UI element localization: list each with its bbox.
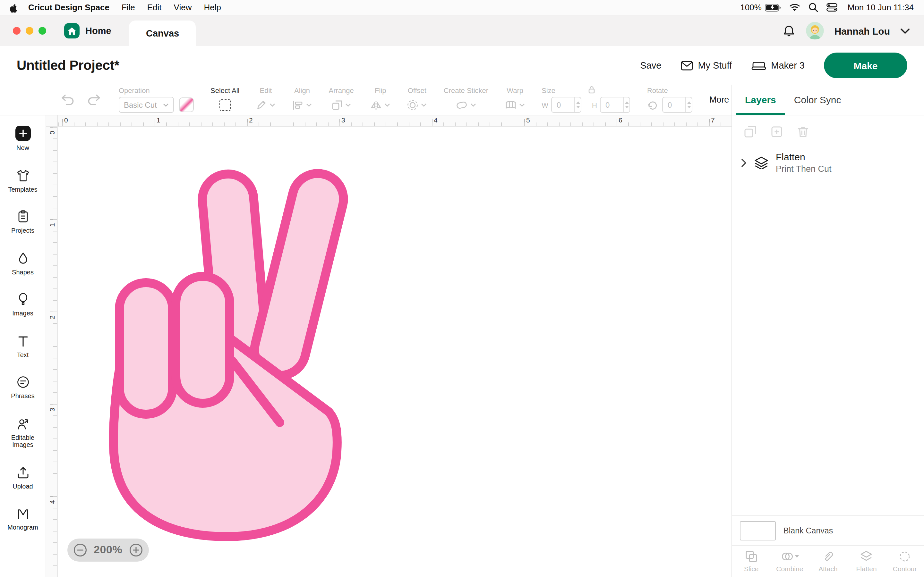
paperclip-icon <box>822 550 835 563</box>
duplicate-button[interactable] <box>770 125 783 139</box>
tab-color-sync[interactable]: Color Sync <box>785 85 850 115</box>
monogram-m-icon <box>16 506 30 521</box>
width-stepper[interactable] <box>574 97 581 112</box>
operation-value: Basic Cut <box>124 100 157 109</box>
tab-home[interactable]: Home <box>64 23 111 39</box>
avatar[interactable] <box>806 22 824 40</box>
battery-charging-icon[interactable] <box>765 3 781 11</box>
flatten-layers-icon <box>754 156 769 169</box>
sidebar-item-templates[interactable]: Templates <box>2 168 43 193</box>
sidebar-item-projects[interactable]: Projects <box>2 210 43 234</box>
notifications-bell-icon[interactable] <box>782 24 796 37</box>
lock-aspect-icon[interactable] <box>588 85 596 94</box>
width-input[interactable] <box>551 97 582 113</box>
contour-icon <box>898 550 911 563</box>
delete-button[interactable] <box>796 125 810 139</box>
rotate-label: Rotate <box>647 87 668 94</box>
layer-operation: Print Then Cut <box>776 164 832 174</box>
zoom-in-button[interactable] <box>129 543 143 557</box>
machine-select-button[interactable]: Maker 3 <box>751 60 804 71</box>
menubar-clock[interactable]: Mon 10 Jun 11:34 <box>848 3 914 12</box>
select-all-label: Select All <box>210 87 240 94</box>
peace-hand-graphic[interactable] <box>105 167 355 546</box>
text-t-icon <box>16 334 30 348</box>
tab-layers[interactable]: Layers <box>736 85 785 115</box>
droplet-shape-icon <box>16 251 30 265</box>
color-swatch[interactable] <box>179 97 194 112</box>
blank-canvas-swatch[interactable] <box>740 521 776 540</box>
sidebar-item-new[interactable]: New <box>2 126 43 152</box>
width-label: W <box>541 101 548 109</box>
zoom-level: 200% <box>94 544 122 556</box>
menu-help[interactable]: Help <box>204 3 221 12</box>
rotate-input[interactable] <box>662 97 693 113</box>
sidebar-item-editable-images[interactable]: Editable Images <box>2 416 43 448</box>
tshirt-icon <box>16 168 30 182</box>
plus-icon <box>15 126 31 141</box>
attach-button[interactable]: Attach <box>809 550 847 572</box>
sidebar-item-text[interactable]: Text <box>2 334 43 358</box>
rotate-stepper[interactable] <box>685 97 692 112</box>
size-label: Size <box>541 87 556 94</box>
user-menu-chevron-icon[interactable] <box>900 28 910 34</box>
control-center-icon[interactable] <box>827 3 837 11</box>
contour-button[interactable]: Contour <box>885 550 924 572</box>
select-all-group[interactable]: Select All <box>210 87 240 113</box>
sticker-icon <box>456 99 468 110</box>
slice-button[interactable]: Slice <box>732 550 771 572</box>
sidebar-item-monogram[interactable]: Monogram <box>2 506 43 531</box>
project-header: Untitled Project* Save My Stuff Maker 3 … <box>0 46 924 85</box>
save-button[interactable]: Save <box>640 60 661 71</box>
redo-button[interactable] <box>86 94 101 105</box>
align-icon <box>292 100 304 110</box>
speech-bubble-icon <box>16 375 30 389</box>
edit-group[interactable]: Edit <box>256 87 276 113</box>
warp-icon <box>505 99 517 110</box>
layer-row[interactable]: Flatten Print Then Cut <box>732 139 924 174</box>
tab-canvas[interactable]: Canvas <box>129 21 196 46</box>
design-sidebar: New Templates Projects Shapes <box>0 115 46 577</box>
sidebar-item-shapes[interactable]: Shapes <box>2 251 43 276</box>
wifi-icon[interactable] <box>789 3 800 11</box>
flip-label: Flip <box>375 87 386 94</box>
blank-canvas-row[interactable]: Blank Canvas <box>732 516 924 545</box>
my-stuff-button[interactable]: My Stuff <box>680 60 732 71</box>
menu-edit[interactable]: Edit <box>147 3 162 12</box>
flatten-button[interactable]: Flatten <box>847 550 886 572</box>
apple-menu-icon[interactable] <box>9 2 18 13</box>
menu-file[interactable]: File <box>121 3 135 12</box>
layer-tools-bar: Slice Combine Attach <box>732 545 924 577</box>
create-sticker-group[interactable]: Create Sticker <box>444 87 488 113</box>
canvas-surface[interactable]: 200% <box>58 127 732 577</box>
edit-label: Edit <box>260 87 272 94</box>
minimize-button[interactable] <box>26 27 33 35</box>
align-group[interactable]: Align <box>292 87 312 113</box>
ruler-corner <box>46 115 58 127</box>
fullscreen-button[interactable] <box>39 27 46 35</box>
height-input[interactable] <box>600 97 630 113</box>
make-button[interactable]: Make <box>824 53 907 78</box>
flip-group[interactable]: Flip <box>371 87 391 113</box>
blank-canvas-label: Blank Canvas <box>783 526 833 535</box>
offset-group[interactable]: Offset <box>407 87 427 113</box>
sidebar-item-images[interactable]: Images <box>2 292 43 317</box>
layer-expand-chevron[interactable] <box>741 158 747 167</box>
group-button[interactable] <box>744 125 757 139</box>
combine-button[interactable]: Combine <box>771 550 809 572</box>
menu-view[interactable]: View <box>174 3 192 12</box>
warp-group[interactable]: Warp <box>505 87 525 113</box>
offset-icon <box>407 99 419 111</box>
undo-button[interactable] <box>61 94 76 105</box>
zoom-out-button[interactable] <box>73 543 87 557</box>
height-stepper[interactable] <box>623 97 630 112</box>
menubar-app-name[interactable]: Cricut Design Space <box>28 3 110 12</box>
close-button[interactable] <box>13 27 21 35</box>
search-icon[interactable] <box>809 3 818 12</box>
sidebar-item-upload[interactable]: Upload <box>2 465 43 490</box>
operation-select[interactable]: Basic Cut <box>119 97 174 113</box>
username[interactable]: Hannah Lou <box>835 25 890 36</box>
size-group: Size W H <box>541 87 630 113</box>
chevron-down-icon <box>306 103 312 107</box>
arrange-group[interactable]: Arrange <box>329 87 354 113</box>
sidebar-item-phrases[interactable]: Phrases <box>2 375 43 400</box>
